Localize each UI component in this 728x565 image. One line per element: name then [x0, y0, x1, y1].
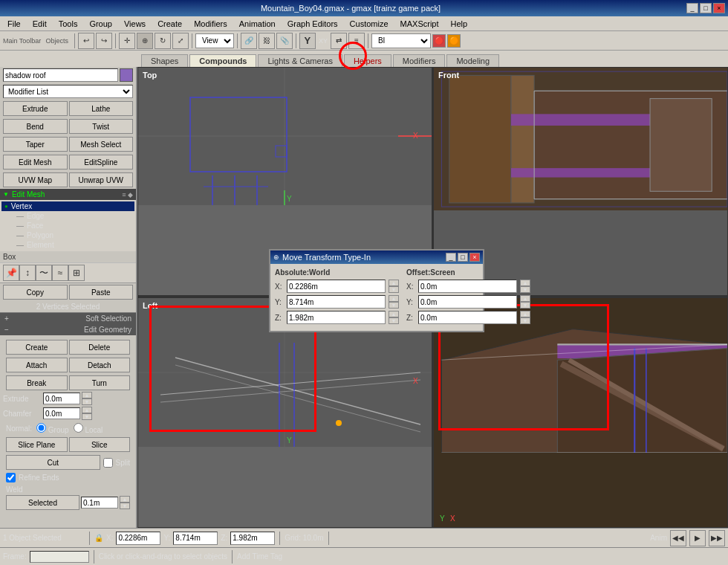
- status-z-input[interactable]: [230, 532, 275, 545]
- unwrap-uvw-button[interactable]: Unwrap UVW: [69, 172, 134, 187]
- move-button[interactable]: ⊕: [137, 33, 153, 49]
- view-dropdown[interactable]: View: [195, 33, 234, 48]
- play-btn[interactable]: ▶: [689, 530, 706, 546]
- menu-animation[interactable]: Animation: [233, 18, 282, 30]
- bind-button[interactable]: 📎: [276, 33, 293, 49]
- slice-button[interactable]: Slice: [69, 437, 131, 452]
- edit-spline-button[interactable]: EditSpline: [69, 155, 134, 170]
- bend-button[interactable]: Bend: [3, 119, 68, 134]
- chamfer-spinner[interactable]: ▲ ▼: [82, 407, 92, 420]
- tab-compounds[interactable]: Compounds: [189, 54, 256, 67]
- scale-button[interactable]: ⤢: [172, 33, 189, 49]
- normal-local-radio[interactable]: Local: [74, 423, 103, 434]
- next-frame-btn[interactable]: ▶▶: [709, 530, 725, 546]
- menu-modifiers[interactable]: Modifiers: [188, 18, 233, 30]
- taper-button[interactable]: Taper: [3, 137, 68, 152]
- dialog-controls[interactable]: _ □ ×: [446, 253, 480, 262]
- weld-down[interactable]: ▼: [120, 503, 130, 509]
- abs-y-up[interactable]: ▲: [389, 295, 399, 302]
- menu-group[interactable]: Group: [83, 18, 118, 30]
- abs-z-down[interactable]: ▼: [389, 317, 399, 324]
- off-x-input[interactable]: [418, 280, 517, 293]
- maximize-button[interactable]: □: [700, 3, 712, 13]
- chamfer-value-input[interactable]: [43, 407, 80, 419]
- paste-button[interactable]: Paste: [69, 285, 134, 300]
- abs-x-down[interactable]: ▼: [389, 286, 399, 293]
- status-x-input[interactable]: [116, 532, 160, 545]
- grid-icon[interactable]: ⊞: [68, 265, 85, 281]
- normal-group-radio[interactable]: Group: [36, 423, 69, 434]
- dialog-minimize[interactable]: _: [446, 253, 456, 262]
- off-z-spinner[interactable]: ▲ ▼: [520, 311, 530, 324]
- extrude-down[interactable]: ▼: [82, 398, 92, 405]
- slice-plane-button[interactable]: Slice Plane: [6, 437, 68, 452]
- weld-spinner[interactable]: ▲ ▼: [120, 496, 130, 509]
- arrow-icon[interactable]: ↕: [19, 265, 36, 281]
- menu-tools[interactable]: Tools: [53, 18, 84, 30]
- weld-value-input[interactable]: [81, 497, 118, 508]
- dialog-maximize[interactable]: □: [458, 253, 468, 262]
- window-controls[interactable]: _ □ ×: [686, 3, 725, 13]
- object-color-swatch[interactable]: [120, 68, 133, 82]
- turn-button[interactable]: Turn: [69, 375, 131, 390]
- soft-selection-header[interactable]: + Soft Selection: [0, 312, 136, 324]
- split-checkbox[interactable]: [103, 458, 113, 468]
- abs-x-input[interactable]: [287, 280, 386, 293]
- uvw-map-button[interactable]: UVW Map: [3, 172, 68, 187]
- align-button[interactable]: ≡: [348, 33, 365, 49]
- tree-item-edge[interactable]: — Edge: [13, 211, 134, 221]
- abs-y-input[interactable]: [287, 295, 386, 309]
- close-button[interactable]: ×: [713, 3, 725, 13]
- tree-item-polygon[interactable]: — Polygon: [13, 230, 134, 240]
- off-x-down[interactable]: ▼: [520, 286, 530, 293]
- tree-item-element[interactable]: — Element: [13, 240, 134, 250]
- status-y-input[interactable]: [173, 532, 218, 545]
- off-y-spinner[interactable]: ▲ ▼: [520, 295, 530, 309]
- frame-input[interactable]: [30, 551, 89, 563]
- extrude-spinner[interactable]: ▲ ▼: [82, 392, 92, 405]
- abs-y-down[interactable]: ▼: [389, 302, 399, 309]
- break-button[interactable]: Break: [6, 375, 68, 390]
- abs-x-up[interactable]: ▲: [389, 280, 399, 286]
- weld-up[interactable]: ▲: [120, 496, 130, 503]
- delete-button[interactable]: Delete: [69, 340, 131, 355]
- menu-edit[interactable]: Edit: [27, 18, 53, 30]
- move-transform-dialog[interactable]: ⊕ Move Transform Type-In _ □ × Absolute:…: [269, 249, 484, 332]
- mirror-button[interactable]: ⇄: [331, 33, 347, 49]
- tab-lights-cameras[interactable]: Lights & Cameras: [258, 54, 342, 67]
- minimize-button[interactable]: _: [686, 3, 698, 13]
- select-button[interactable]: ✛: [119, 33, 135, 49]
- off-x-spinner[interactable]: ▲ ▼: [520, 280, 530, 293]
- twist-button[interactable]: Twist: [69, 119, 134, 134]
- abs-z-up[interactable]: ▲: [389, 311, 399, 317]
- redo-button[interactable]: ↪: [96, 33, 112, 49]
- extrude-value-input[interactable]: [43, 393, 80, 404]
- render-dropdown[interactable]: BI: [371, 33, 431, 48]
- undo-button[interactable]: ↩: [78, 33, 94, 49]
- object-name-input[interactable]: [3, 68, 118, 82]
- edit-mesh-button[interactable]: Edit Mesh: [3, 155, 68, 170]
- link-button[interactable]: 🔗: [241, 33, 257, 49]
- abs-x-spinner[interactable]: ▲ ▼: [389, 280, 399, 293]
- menu-views[interactable]: Views: [118, 18, 152, 30]
- off-z-input[interactable]: [418, 311, 517, 324]
- off-y-up[interactable]: ▲: [520, 295, 530, 302]
- extrude-up[interactable]: ▲: [82, 392, 92, 398]
- render-btn-1[interactable]: 🔴: [432, 34, 446, 48]
- curve-icon[interactable]: 〜: [36, 265, 52, 281]
- menu-file[interactable]: File: [1, 18, 27, 30]
- cut-button[interactable]: Cut: [6, 455, 100, 470]
- render-btn-2[interactable]: 🟠: [447, 34, 461, 48]
- chamfer-down[interactable]: ▼: [82, 413, 92, 420]
- tab-modifiers[interactable]: Modifiers: [393, 54, 446, 67]
- tab-modeling[interactable]: Modeling: [446, 54, 499, 67]
- tab-helpers[interactable]: Helpers: [344, 54, 391, 67]
- y-axis-button[interactable]: Y: [299, 33, 316, 49]
- refine-ends-checkbox[interactable]: [6, 473, 16, 482]
- chamfer-up[interactable]: ▲: [82, 407, 92, 413]
- abs-z-input[interactable]: [287, 311, 386, 324]
- menu-customize[interactable]: Customize: [344, 18, 394, 30]
- rotate-button[interactable]: ↻: [155, 33, 171, 49]
- off-z-up[interactable]: ▲: [520, 311, 530, 317]
- abs-z-spinner[interactable]: ▲ ▼: [389, 311, 399, 324]
